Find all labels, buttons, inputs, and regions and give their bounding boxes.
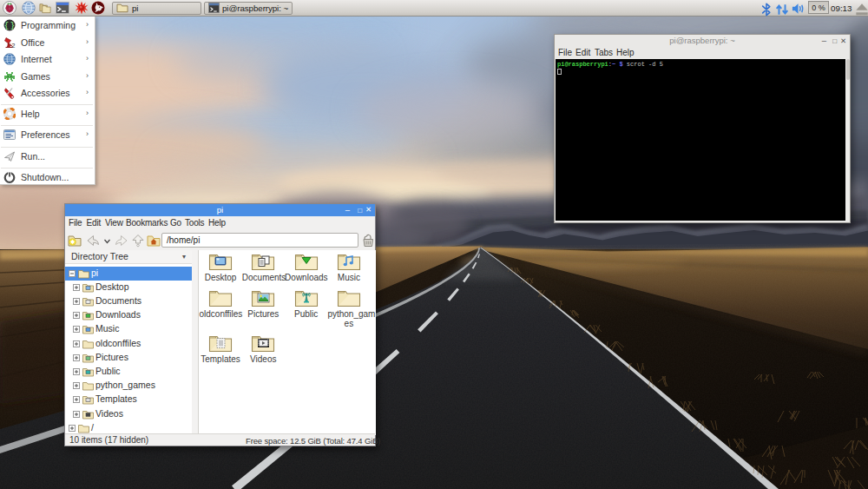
- svg-text:2: 2: [12, 43, 16, 49]
- svg-text:{ }: { }: [4, 22, 15, 30]
